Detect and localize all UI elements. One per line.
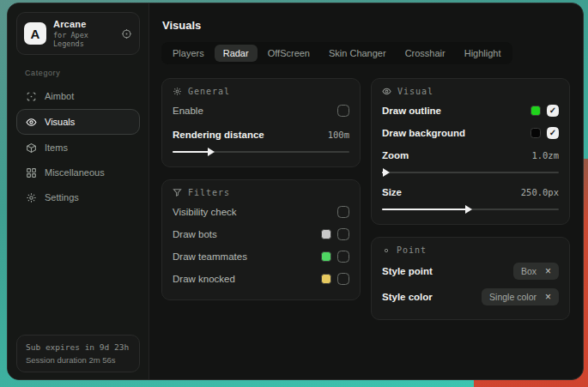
sidebar-item-label: Settings (45, 192, 79, 203)
app-subtitle: for Apex Legends (53, 31, 107, 48)
rendering-distance-value: 100m (328, 130, 349, 140)
visibility-check-checkbox[interactable] (337, 206, 349, 218)
gear-icon (26, 192, 37, 203)
sidebar-item-label: Visuals (45, 117, 75, 127)
draw-background-checkbox[interactable] (547, 127, 559, 139)
sidebar-item-miscellaneous[interactable]: Miscellaneous (16, 160, 140, 184)
draw-knocked-checkbox[interactable] (337, 273, 349, 285)
sidebar-item-settings[interactable]: Settings (16, 185, 140, 209)
draw-background-row: Draw background (382, 123, 559, 143)
enable-row: Enable (173, 100, 349, 121)
tab-crosshair[interactable]: Crosshair (397, 45, 454, 62)
style-point-label: Style point (382, 266, 433, 276)
panel-title: Point (397, 245, 427, 255)
style-color-value: Single color (489, 292, 536, 302)
filters-panel: Filters Visibility check Draw bots (161, 179, 361, 300)
remove-icon[interactable]: × (545, 292, 551, 302)
panel-title: General (188, 87, 230, 96)
style-point-row: Style point Box × (382, 259, 559, 283)
slider-thumb[interactable] (465, 205, 472, 214)
page-title: Visuals (162, 19, 570, 32)
general-panel: General Enable Rendering distance 100m (161, 78, 361, 167)
cube-icon (26, 142, 37, 154)
rendering-distance-slider[interactable] (173, 148, 349, 156)
draw-outline-checkbox[interactable] (547, 105, 559, 117)
cheat-menu-window: A Arcane for Apex Legends Category (7, 3, 584, 380)
panel-title: Filters (188, 188, 230, 197)
gear-icon (173, 87, 182, 96)
draw-knocked-row: Draw knocked (173, 269, 349, 289)
zoom-value: 1.0zm (531, 150, 559, 160)
app-name: Arcane (53, 19, 107, 29)
size-label: Size (382, 187, 402, 197)
rendering-distance-row: Rendering distance 100m (173, 124, 349, 145)
eye-icon (26, 117, 37, 128)
visuals-tabbar: Players Radar OffScreen Skin Changer Cro… (161, 42, 512, 64)
enable-checkbox[interactable] (337, 105, 349, 117)
draw-teammates-row: Draw teammates (173, 246, 349, 267)
tab-players[interactable]: Players (164, 45, 213, 62)
sidebar-item-items[interactable]: Items (16, 136, 140, 160)
style-color-row: Style color Single color × (382, 285, 559, 309)
draw-teammates-color-swatch[interactable] (321, 251, 331, 262)
sidebar-item-label: Items (45, 142, 68, 153)
visibility-check-label: Visibility check (173, 207, 237, 217)
style-point-select[interactable]: Box × (513, 263, 559, 280)
point-icon (382, 246, 391, 255)
main-content: Visuals Players Radar OffScreen Skin Cha… (149, 3, 583, 379)
rendering-distance-label: Rendering distance (173, 130, 264, 140)
tab-offscreen[interactable]: OffScreen (259, 45, 318, 62)
draw-background-label: Draw background (382, 128, 465, 138)
tab-skin-changer[interactable]: Skin Changer (320, 45, 395, 62)
draw-teammates-label: Draw teammates (173, 251, 247, 262)
eye-icon (382, 87, 391, 96)
point-panel: Point Style point Box × Style color Sing… (371, 237, 570, 320)
session-duration-text: Session duration 2m 56s (26, 355, 130, 365)
subscription-info-box: Sub expires in 9d 23h Session duration 2… (16, 335, 140, 372)
draw-knocked-color-swatch[interactable] (321, 274, 331, 284)
sidebar-item-visuals[interactable]: Visuals (16, 109, 140, 135)
sub-expires-text: Sub expires in 9d 23h (26, 342, 130, 352)
draw-bots-row: Draw bots (173, 224, 349, 245)
size-slider[interactable] (382, 205, 559, 214)
sidebar: A Arcane for Apex Legends Category (8, 3, 149, 379)
sidebar-item-label: Miscellaneous (45, 167, 105, 178)
crosshair-icon (26, 91, 37, 102)
style-color-select[interactable]: Single color × (482, 288, 559, 305)
style-point-value: Box (521, 266, 536, 276)
zoom-slider[interactable] (382, 168, 559, 177)
tab-highlight[interactable]: Highlight (456, 45, 510, 62)
tab-radar[interactable]: Radar (215, 45, 258, 62)
remove-icon[interactable]: × (545, 266, 551, 276)
zoom-label: Zoom (382, 150, 409, 160)
app-header: A Arcane for Apex Legends (16, 12, 140, 55)
draw-background-color-swatch[interactable] (530, 128, 541, 138)
draw-outline-color-swatch[interactable] (530, 106, 541, 116)
funnel-icon (173, 188, 182, 197)
zoom-row: Zoom 1.0zm (382, 145, 559, 166)
app-logo: A (24, 22, 46, 45)
draw-outline-label: Draw outline (382, 106, 441, 116)
draw-knocked-label: Draw knocked (173, 274, 235, 284)
draw-outline-row: Draw outline (382, 100, 559, 121)
draw-teammates-checkbox[interactable] (337, 251, 349, 263)
app-title-block: Arcane for Apex Legends (53, 19, 107, 48)
visibility-check-row: Visibility check (173, 202, 349, 222)
panel-title: Visual (397, 87, 433, 96)
draw-bots-checkbox[interactable] (337, 228, 349, 240)
grid-icon (26, 167, 37, 178)
sidebar-item-label: Aimbot (45, 91, 74, 101)
enable-label: Enable (173, 106, 203, 116)
category-label: Category (25, 69, 140, 77)
size-row: Size 250.0px (382, 182, 559, 203)
size-value: 250.0px (521, 187, 559, 197)
visual-panel: Visual Draw outline Draw background (371, 78, 570, 225)
style-color-label: Style color (382, 292, 433, 302)
target-icon[interactable] (121, 28, 132, 39)
draw-bots-color-swatch[interactable] (321, 229, 331, 239)
draw-bots-label: Draw bots (173, 229, 217, 239)
sidebar-item-aimbot[interactable]: Aimbot (16, 84, 140, 108)
slider-thumb[interactable] (383, 168, 390, 177)
slider-thumb[interactable] (208, 148, 215, 156)
